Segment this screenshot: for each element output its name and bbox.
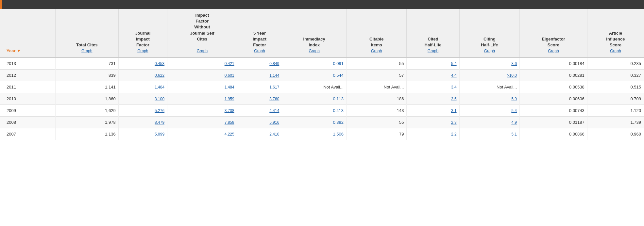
cell-if_no_self: 1.959 bbox=[167, 93, 237, 105]
cell-eigenfactor: 0.00743 bbox=[520, 105, 587, 117]
journal_if-value-link[interactable]: 5.276 bbox=[155, 108, 164, 113]
cited_halflife-value-link[interactable]: 3.5 bbox=[451, 97, 457, 101]
cell-if_no_self: 0.601 bbox=[167, 70, 237, 81]
cell-citable_items: 186 bbox=[347, 93, 407, 105]
main-container: Year ▼ Total Cites Graph JournalImpactFa… bbox=[0, 0, 644, 140]
journal_if-value-link[interactable]: 8.479 bbox=[155, 120, 164, 125]
cell-immediacy: 0.544 bbox=[282, 70, 347, 81]
cell-journal_if: 1.484 bbox=[118, 81, 167, 93]
cell-immediacy: Not Avail... bbox=[282, 81, 347, 93]
five_year_if-value-link[interactable]: 1.144 bbox=[269, 73, 279, 78]
cell-cited_halflife: 2.3 bbox=[407, 117, 459, 128]
total-cites-graph-link[interactable]: Graph bbox=[81, 49, 92, 53]
five_year_if-value-link[interactable]: 3.760 bbox=[269, 97, 279, 101]
cell-if_no_self: 3.708 bbox=[167, 105, 237, 117]
five_year_if-value-link[interactable]: 5.916 bbox=[269, 120, 279, 125]
col-total-cites: Total Cites Graph bbox=[55, 9, 118, 57]
citing_halflife-value-link[interactable]: 5.4 bbox=[511, 108, 517, 113]
immediacy-graph-link[interactable]: Graph bbox=[309, 49, 320, 53]
cell-year: 2011 bbox=[0, 81, 55, 93]
cell-if_no_self: 1.484 bbox=[167, 81, 237, 93]
cited-halflife-graph-link[interactable]: Graph bbox=[428, 49, 438, 53]
5year-if-graph-link[interactable]: Graph bbox=[254, 49, 265, 53]
cell-eigenfactor: 0.00866 bbox=[520, 128, 587, 140]
cited_halflife-value-link[interactable]: 2.3 bbox=[451, 120, 457, 125]
cell-citing_halflife: 8.6 bbox=[459, 57, 519, 70]
citable-items-graph-link[interactable]: Graph bbox=[371, 49, 382, 53]
cell-five_year_if: 2.410 bbox=[237, 128, 282, 140]
five_year_if-value-link[interactable]: 4.414 bbox=[269, 108, 279, 113]
cell-total_cites: 1,136 bbox=[55, 128, 118, 140]
citing_halflife-value-link[interactable]: 8.6 bbox=[511, 61, 517, 66]
if_no_self-value-link[interactable]: 7.858 bbox=[225, 120, 234, 125]
cited_halflife-value-link[interactable]: 3.4 bbox=[451, 85, 457, 89]
if_no_self-value-link[interactable]: 1.959 bbox=[225, 97, 234, 101]
journal_if-value-link[interactable]: 3.100 bbox=[155, 97, 164, 101]
cited_halflife-value-link[interactable]: 2.2 bbox=[451, 132, 457, 137]
cell-citable_items: 55 bbox=[347, 57, 407, 70]
table-body: 20137310.4530.4210.8490.091555.48.60.001… bbox=[0, 57, 644, 140]
if_no_self-value-link[interactable]: 0.601 bbox=[225, 73, 234, 78]
cell-citable_items: 55 bbox=[347, 117, 407, 128]
five_year_if-value-link[interactable]: 2.410 bbox=[269, 132, 279, 137]
if-no-self-graph-link[interactable]: Graph bbox=[197, 49, 208, 53]
article-influence-graph-link[interactable]: Graph bbox=[610, 49, 621, 53]
cell-five_year_if: 4.414 bbox=[237, 105, 282, 117]
table-row: 20071,1365.0994.2252.4101.506792.25.10.0… bbox=[0, 128, 644, 140]
cell-citing_halflife: Not Avail... bbox=[459, 81, 519, 93]
cell-immediacy: 0.113 bbox=[282, 93, 347, 105]
journal_if-value-link[interactable]: 0.622 bbox=[155, 73, 164, 78]
cell-journal_if: 8.479 bbox=[118, 117, 167, 128]
cited_halflife-value-link[interactable]: 5.4 bbox=[451, 61, 457, 66]
cell-total_cites: 1,860 bbox=[55, 93, 118, 105]
table-row: 20081,9788.4797.8585.9160.382552.34.90.0… bbox=[0, 117, 644, 128]
if_no_self-value-link[interactable]: 3.708 bbox=[225, 108, 234, 113]
cell-cited_halflife: 3.4 bbox=[407, 81, 459, 93]
cell-cited_halflife: 2.2 bbox=[407, 128, 459, 140]
journal_if-value-link[interactable]: 1.484 bbox=[155, 85, 164, 89]
key-indicators-table: Year ▼ Total Cites Graph JournalImpactFa… bbox=[0, 9, 644, 140]
cited_halflife-value-link[interactable]: 4.4 bbox=[451, 73, 457, 78]
cell-cited_halflife: 3.5 bbox=[407, 93, 459, 105]
citing_halflife-value-link[interactable]: 4.9 bbox=[511, 120, 517, 125]
if_no_self-value-link[interactable]: 4.225 bbox=[225, 132, 234, 137]
cell-citable_items: 143 bbox=[347, 105, 407, 117]
journal_if-value-link[interactable]: 0.453 bbox=[155, 61, 164, 66]
cell-eigenfactor: 0.00184 bbox=[520, 57, 587, 70]
if_no_self-value-link[interactable]: 1.484 bbox=[225, 85, 234, 89]
cited_halflife-value-link[interactable]: 3.1 bbox=[451, 108, 457, 113]
cell-cited_halflife: 5.4 bbox=[407, 57, 459, 70]
col-if-no-self: ImpactFactorWithoutJournal SelfCites Gra… bbox=[167, 9, 237, 57]
journal_if-value-link[interactable]: 5.099 bbox=[155, 132, 164, 137]
five_year_if-value-link[interactable]: 0.849 bbox=[269, 61, 279, 66]
five_year_if-value-link[interactable]: 1.617 bbox=[269, 85, 279, 89]
cell-article_influence: 0.327 bbox=[587, 70, 644, 81]
cell-eigenfactor: 0.00538 bbox=[520, 81, 587, 93]
citing_halflife-value-link[interactable]: >10.0 bbox=[507, 73, 517, 78]
cell-citable_items: 57 bbox=[347, 70, 407, 81]
cell-cited_halflife: 4.4 bbox=[407, 70, 459, 81]
eigenfactor-graph-link[interactable]: Graph bbox=[548, 49, 559, 53]
if_no_self-value-link[interactable]: 0.421 bbox=[225, 61, 234, 66]
col-article-influence: ArticleInfluenceScore Graph bbox=[587, 9, 644, 57]
cell-article_influence: 0.709 bbox=[587, 93, 644, 105]
cell-journal_if: 5.276 bbox=[118, 105, 167, 117]
cell-immediacy: 0.413 bbox=[282, 105, 347, 117]
table-row: 20101,8603.1001.9593.7600.1131863.55.90.… bbox=[0, 93, 644, 105]
journal-if-graph-link[interactable]: Graph bbox=[137, 49, 148, 53]
cell-total_cites: 1,978 bbox=[55, 117, 118, 128]
citing_halflife-value-link[interactable]: 5.1 bbox=[511, 132, 517, 137]
cell-article_influence: 1.739 bbox=[587, 117, 644, 128]
citing_halflife-value-link[interactable]: 5.9 bbox=[511, 97, 517, 101]
table-header-row: Year ▼ Total Cites Graph JournalImpactFa… bbox=[0, 9, 644, 57]
citing-halflife-graph-link[interactable]: Graph bbox=[484, 49, 495, 53]
cell-journal_if: 0.622 bbox=[118, 70, 167, 81]
table-row: 20128390.6220.6011.1440.544574.4>10.00.0… bbox=[0, 70, 644, 81]
section-header bbox=[0, 0, 644, 9]
cell-eigenfactor: 0.01187 bbox=[520, 117, 587, 128]
cell-year: 2008 bbox=[0, 117, 55, 128]
cell-citing_halflife: 5.9 bbox=[459, 93, 519, 105]
cell-year: 2013 bbox=[0, 57, 55, 70]
col-citing-halflife: CitingHalf-Life Graph bbox=[459, 9, 519, 57]
cell-cited_halflife: 3.1 bbox=[407, 105, 459, 117]
